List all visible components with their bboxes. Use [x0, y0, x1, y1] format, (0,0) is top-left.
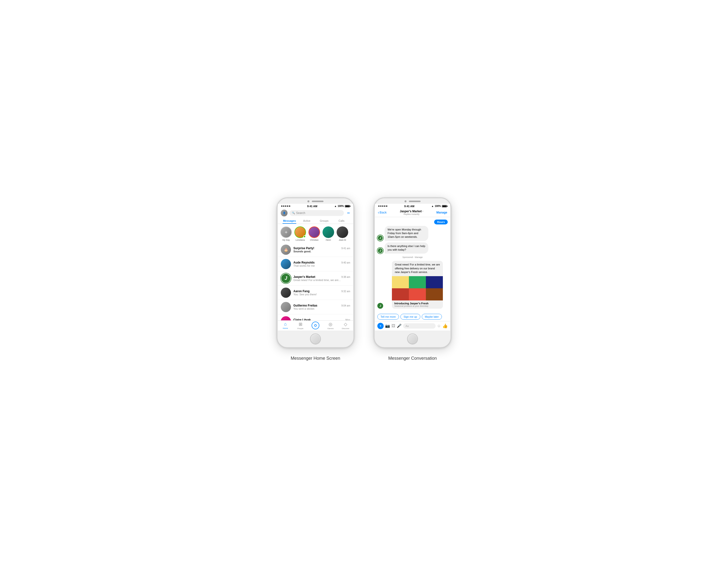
thumbsup-chat-icon[interactable]: 👍: [442, 323, 448, 329]
msg-time-2: 9:38 am: [341, 276, 350, 278]
msg-item-aaron[interactable]: Aaron Fang 9:32 am You: See you there!: [278, 286, 353, 300]
msg-item-aude[interactable]: Aude Reynolds 9:40 am That works for me: [278, 257, 353, 271]
battery-2: [442, 205, 447, 207]
hours-pill[interactable]: Hours: [434, 219, 448, 224]
sponsored-label: Sponsored · Manage: [377, 256, 448, 258]
status-right-2: ▲ 100%: [431, 205, 447, 207]
nav-games[interactable]: ◎ Games: [323, 322, 338, 330]
story-christian[interactable]: Christian: [308, 226, 320, 241]
camera-circle-inner: [314, 324, 317, 327]
msg-time-0: 9:41 am: [341, 247, 350, 250]
games-icon: ◎: [329, 322, 332, 327]
search-bar[interactable]: 🔍 Search: [290, 210, 344, 216]
page-container: 9:41 AM ▲ 100% 👤: [277, 197, 451, 361]
qr-tell-me-more[interactable]: Tell me more: [377, 314, 399, 320]
jasper-avatar-chat: J: [377, 235, 383, 241]
msg-avatar-surpriseparty: 🎂: [281, 244, 291, 255]
manage-button[interactable]: Manage: [436, 211, 447, 214]
msg-time-4: 9:04 am: [341, 304, 350, 307]
phone1-top-bar: [277, 198, 354, 204]
messenger-tabs: Messages Active Groups Calls: [278, 218, 353, 224]
status-time-2: 9:41 AM: [404, 205, 414, 208]
conv-title: Jasper's Market › Replies instantly: [387, 209, 436, 215]
camera-dot-2: [405, 200, 406, 202]
status-bar-1: 9:41 AM ▲ 100%: [278, 204, 353, 208]
msg-info-aaron: Aaron Fang 9:32 am You: See you there!: [293, 290, 350, 296]
henri-avatar-img: [323, 226, 334, 238]
battery-fill-2: [442, 205, 446, 207]
msg-info-guillermo: Guillermo Freitas 9:04 am You sent a sti…: [293, 304, 350, 310]
msg-time-3: 9:32 am: [341, 290, 350, 293]
s2-dot-1: [378, 205, 380, 207]
nav-camera[interactable]: [308, 322, 323, 330]
phone2-label: Messenger Conversation: [388, 356, 437, 361]
bottom-nav: ⌂ Home ⊞ People ◎ Games: [278, 321, 353, 331]
mic-chat-icon[interactable]: 🎤: [397, 324, 402, 328]
nav-people[interactable]: ⊞ People: [293, 322, 308, 330]
jeanm-avatar-wrap: [337, 226, 348, 238]
msg-item-jasper[interactable]: J Jasper's Market 9:38 am Great news! Fo…: [278, 271, 353, 286]
story-myday[interactable]: ＋ My Day: [280, 226, 292, 241]
signal-dot-5: [289, 205, 290, 207]
people-icon: ⊞: [299, 322, 302, 327]
msg-name-5: Claire Litvak: [293, 318, 311, 321]
msg-name-0: Surprise Party!: [293, 246, 314, 250]
nav-home[interactable]: ⌂ Home: [278, 322, 293, 330]
tab-calls[interactable]: Calls: [333, 218, 350, 224]
s2-dot-5: [386, 205, 387, 207]
speaker-bar-2: [409, 201, 421, 202]
battery-body-1: [345, 205, 350, 207]
home-button-2[interactable]: [407, 334, 418, 344]
msg-item-claire[interactable]: Claire Litvak Mon Dinner tonight?: [278, 314, 353, 321]
story-row: ＋ My Day Loredana: [278, 224, 353, 242]
fruit-potato: [426, 288, 443, 301]
qr-sign-me-up[interactable]: Sign me up: [400, 314, 420, 320]
msg-item-guillermo[interactable]: Guillermo Freitas 9:04 am You sent a sti…: [278, 300, 353, 314]
chat-text-input[interactable]: Aa: [403, 323, 436, 329]
compose-icon[interactable]: ✏: [347, 211, 350, 215]
story-loredana[interactable]: Loredana: [294, 226, 306, 241]
home-button-1[interactable]: [310, 334, 321, 344]
phone1: 9:41 AM ▲ 100% 👤: [277, 197, 354, 348]
story-name-henri: Henri: [326, 239, 331, 241]
story-jeanm[interactable]: Jean-M: [337, 226, 348, 241]
ad-card-sub: Seasonal produce at your doorstep: [394, 305, 440, 307]
chat-plus-button[interactable]: +: [377, 323, 384, 329]
user-avatar[interactable]: 👤: [281, 209, 288, 216]
msg-name-row-4: Guillermo Freitas 9:04 am: [293, 304, 350, 307]
nav-discover[interactable]: ◇ Discover: [338, 322, 353, 330]
msg-avatar-aude: [281, 259, 291, 269]
image-chat-icon[interactable]: 🖼: [391, 324, 395, 328]
camera-circle-btn[interactable]: [312, 322, 319, 329]
story-name-jeanm: Jean-M: [339, 239, 346, 241]
conv-name: Jasper's Market ›: [400, 209, 423, 213]
emoji-chat-icon[interactable]: ☺: [437, 324, 441, 328]
qr-maybe-later[interactable]: Maybe later: [422, 314, 442, 320]
msg-item-surpriseparty[interactable]: 🎂 Surprise Party! 9:41 am Sounds good.: [278, 242, 353, 257]
story-henri[interactable]: Henri: [323, 226, 334, 241]
tab-groups[interactable]: Groups: [315, 218, 333, 224]
chat-input-bar: + 📷 🖼 🎤 Aa ☺ 👍: [375, 321, 450, 331]
fruit-apple: [409, 288, 426, 301]
camera-chat-icon[interactable]: 📷: [385, 324, 390, 328]
hours-row: Hours: [377, 219, 448, 224]
msg-preview-1: That works for me: [293, 264, 350, 267]
signal-dot-4: [287, 205, 288, 207]
battery-body-2: [442, 205, 447, 207]
christian-avatar-wrap: [308, 226, 320, 238]
battery-text-1: 100%: [338, 205, 344, 207]
status-bar-2: 9:41 AM ▲ 100%: [375, 204, 450, 208]
back-button[interactable]: ‹ Back: [378, 210, 387, 215]
tab-messages[interactable]: Messages: [281, 218, 298, 224]
wifi-icon-2: ▲: [431, 205, 434, 207]
msg-info-jasper: Jasper's Market 9:38 am Great news! For …: [293, 275, 350, 282]
status-right-1: ▲ 100%: [334, 205, 350, 207]
signal-dot-2: [283, 205, 284, 207]
ad-bubble: Great news! For a limited time, we are o…: [392, 261, 443, 309]
search-placeholder: Search: [296, 211, 305, 215]
msg-name-1: Aude Reynolds: [293, 261, 314, 264]
back-label: Back: [380, 210, 387, 214]
status-time-1: 9:41 AM: [307, 205, 317, 208]
tab-active[interactable]: Active: [298, 218, 316, 224]
phone1-section: 9:41 AM ▲ 100% 👤: [277, 197, 354, 361]
